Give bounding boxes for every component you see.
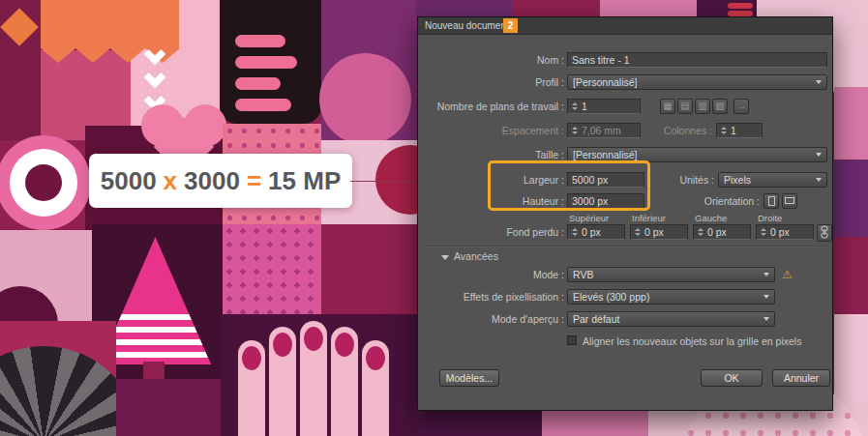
dimension-callout: 5000 x 3000 = 15 MP <box>89 154 352 208</box>
colonnes-label: Colonnes : <box>641 123 712 138</box>
taille-label: Taille : <box>419 147 564 162</box>
effets-value: Elevés (300 ppp) <box>573 291 649 303</box>
mode-value: RVB <box>573 269 593 280</box>
avancees-toggle[interactable]: Avancées <box>441 249 498 263</box>
chevron-down-icon <box>816 153 822 157</box>
artboard-column-layout-icon[interactable]: ▥ <box>695 99 710 114</box>
effets-label: Effets de pixellisation : <box>419 289 564 305</box>
espacement-value: 7,06 mm <box>582 125 621 136</box>
bleed-superieur-value: 0 px <box>582 226 601 238</box>
modeles-button[interactable]: Modèles... <box>439 369 499 387</box>
apercu-value: Par défaut <box>573 313 619 325</box>
nom-label: Nom : <box>419 52 564 68</box>
hauteur-input[interactable]: 3000 px <box>567 193 644 209</box>
bleed-header-inferieur: Inférieur <box>632 213 690 223</box>
chevron-down-icon <box>816 80 822 84</box>
orientation-label: Orientation : <box>660 193 760 209</box>
artboard-row-layout-icon[interactable]: ▤ <box>677 99 693 114</box>
link-values-button[interactable] <box>817 224 832 242</box>
step-badge: 2 <box>503 18 518 33</box>
bleed-superieur-input[interactable]: 0 px <box>567 224 625 240</box>
stepper-arrows-icon[interactable] <box>761 228 766 236</box>
bleed-header-gauche: Gauche <box>695 213 753 223</box>
chevron-down-icon <box>763 295 769 299</box>
bleed-header-superieur: Supérieur <box>569 213 627 223</box>
screenshot-root: 5000 x 3000 = 15 MP Nouveau document 2 N… <box>0 0 868 436</box>
bleed-droite-value: 0 px <box>770 226 790 238</box>
portrait-page-icon <box>768 196 775 206</box>
mode-label: Mode : <box>419 267 564 282</box>
effets-select[interactable]: Elevés (300 ppp) <box>567 289 775 305</box>
stepper-arrows-icon[interactable] <box>572 102 578 110</box>
callout-height: 3000 <box>184 166 240 196</box>
hauteur-label: Hauteur : <box>419 193 564 209</box>
apercu-label: Mode d'aperçu : <box>419 311 564 327</box>
artboard-grid-layout-icon[interactable]: ▦ <box>660 99 675 114</box>
unites-value: Pixels <box>724 174 751 186</box>
bleed-inferieur-value: 0 px <box>644 226 664 238</box>
bleed-gauche-value: 0 px <box>707 226 727 238</box>
callout-equals: = <box>247 166 261 196</box>
hauteur-value: 3000 px <box>572 195 608 207</box>
profil-label: Profil : <box>419 74 564 90</box>
mode-select[interactable]: RVB <box>567 267 775 282</box>
align-grid-checkbox[interactable] <box>567 335 577 345</box>
espacement-input[interactable]: 7,06 mm <box>567 123 641 138</box>
artboard-alt-layout-icon[interactable]: ▧ <box>712 99 728 114</box>
nom-input[interactable]: Sans titre - 1 <box>567 52 827 68</box>
link-icon <box>820 225 829 239</box>
stepper-arrows-icon[interactable] <box>572 228 578 236</box>
apercu-select[interactable]: Par défaut <box>567 311 775 327</box>
colonnes-value: 1 <box>731 125 736 136</box>
bleed-header-droite: Droite <box>758 213 816 223</box>
disclosure-triangle-icon <box>441 255 449 260</box>
plans-value: 1 <box>582 101 587 112</box>
avancees-label: Avancées <box>454 250 498 262</box>
stepper-arrows-icon[interactable] <box>698 228 703 236</box>
callout-result: 15 MP <box>268 166 341 196</box>
callout-times: x <box>164 166 177 196</box>
dialog-title: Nouveau document <box>425 17 509 35</box>
stepper-arrows-icon[interactable] <box>721 127 727 134</box>
bleed-droite-input[interactable]: 0 px <box>756 224 814 240</box>
espacement-label: Espacement : <box>419 123 564 138</box>
nom-value: Sans titre - 1 <box>572 54 630 66</box>
stepper-arrows-icon[interactable] <box>572 127 578 134</box>
callout-width: 5000 <box>101 166 157 196</box>
taille-select[interactable]: [Personnalisé] <box>567 147 827 162</box>
landscape-page-icon <box>785 197 794 204</box>
plans-label: Nombre de plans de travail : <box>419 99 564 114</box>
bleed-inferieur-input[interactable]: 0 px <box>630 224 688 240</box>
largeur-label: Largeur : <box>419 172 564 188</box>
dialog-titlebar[interactable]: Nouveau document 2 <box>418 17 832 35</box>
chevron-down-icon <box>816 178 822 182</box>
new-document-dialog: Nouveau document 2 Nom : Sans titre - 1 … <box>417 16 833 411</box>
profil-select[interactable]: [Personnalisé] <box>567 74 827 90</box>
largeur-value: 5000 px <box>572 174 608 186</box>
chevron-down-icon <box>763 273 769 276</box>
fond-perdu-label: Fond perdu : <box>419 224 564 240</box>
ok-button[interactable]: OK <box>701 369 763 387</box>
profil-value: [Personnalisé] <box>573 76 638 88</box>
unites-label: Unités : <box>650 172 714 188</box>
bleed-gauche-input[interactable]: 0 px <box>693 224 751 240</box>
warning-icon: ⚠ <box>782 267 793 282</box>
unites-select[interactable]: Pixels <box>718 172 827 188</box>
stepper-arrows-icon[interactable] <box>635 228 641 236</box>
largeur-input[interactable]: 5000 px <box>567 172 644 188</box>
orientation-portrait-button[interactable] <box>763 193 779 209</box>
colonnes-input[interactable]: 1 <box>716 123 763 138</box>
taille-value: [Personnalisé] <box>573 149 638 160</box>
align-grid-label: Aligner les nouveaux objets sur la grill… <box>583 334 824 349</box>
chevron-down-icon <box>763 317 769 321</box>
artboard-direction-arrow-icon[interactable]: → <box>733 99 749 114</box>
annuler-button[interactable]: Annuler <box>772 369 830 387</box>
section-divider <box>426 246 825 247</box>
orientation-landscape-button[interactable] <box>782 193 797 209</box>
plans-input[interactable]: 1 <box>567 99 641 114</box>
